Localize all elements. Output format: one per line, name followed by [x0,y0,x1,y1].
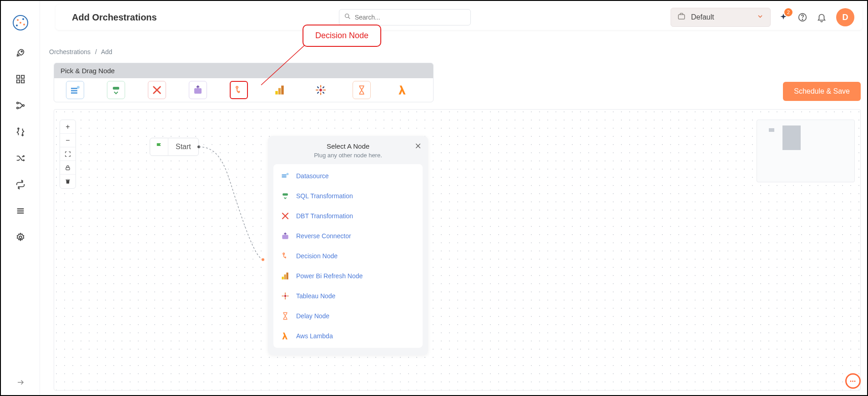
svg-rect-26 [71,90,77,91]
node-option-list: Datasource SQL Transformation DBT Transf… [273,164,423,348]
option-delay[interactable]: Delay Node [273,306,423,326]
minimap[interactable] [757,120,855,182]
svg-rect-37 [282,175,287,176]
chevron-down-icon [757,13,764,22]
svg-point-20 [345,14,348,18]
option-datasource[interactable]: Datasource [273,166,423,186]
svg-rect-36 [66,167,70,170]
option-label: Aws Lambda [296,332,333,340]
ai-sparkle-button[interactable]: 2 [777,11,790,24]
svg-point-5 [20,22,21,24]
minimap-node [782,125,801,150]
lambda-icon [280,331,291,341]
chat-fab[interactable]: ••• [845,373,861,389]
lock-button[interactable] [60,161,76,175]
start-node-port[interactable] [197,145,200,148]
settings-icon[interactable] [15,232,26,243]
svg-rect-41 [282,235,288,239]
schedule-save-button[interactable]: Schedule & Save [783,82,861,101]
tool-lambda[interactable] [394,81,412,99]
svg-point-24 [802,19,802,20]
pipeline-icon[interactable] [15,100,26,111]
node-toolbar: Pick & Drag Node [54,63,434,102]
svg-rect-29 [113,87,119,90]
workspace-label: Default [691,13,714,21]
datasource-icon [280,170,291,181]
tool-sql[interactable] [107,81,125,99]
reverse-connector-icon [280,231,291,241]
bell-button[interactable] [815,11,828,24]
tool-decision-node[interactable] [230,81,248,99]
option-label: DBT Transformation [296,212,353,220]
dbt-icon [280,211,291,221]
svg-line-21 [348,17,350,19]
flag-icon [155,142,163,152]
delete-button[interactable] [60,175,76,188]
option-dbt[interactable]: DBT Transformation [273,206,423,226]
help-button[interactable] [796,11,809,24]
transform-icon[interactable] [15,126,26,137]
option-lambda[interactable]: Aws Lambda [273,326,423,346]
tool-reverse-connector[interactable] [189,81,207,99]
workspace-dropdown[interactable]: Default [671,8,771,27]
tool-delay[interactable] [353,81,371,99]
svg-point-19 [19,236,22,239]
breadcrumb-separator: / [92,48,100,55]
option-reverse[interactable]: Reverse Connector [273,226,423,246]
svg-point-1 [17,19,19,21]
user-avatar[interactable]: D [836,8,854,26]
page-title: Add Orchestrations [64,12,157,23]
svg-rect-22 [678,15,685,19]
svg-point-28 [77,86,80,89]
svg-rect-45 [287,273,288,280]
svg-point-3 [23,24,25,25]
global-search[interactable] [339,9,471,25]
breadcrumb: Orchestrations / Add [49,48,112,55]
svg-rect-38 [282,176,287,178]
loop-icon[interactable] [15,179,26,190]
svg-rect-10 [21,80,24,83]
svg-point-15 [22,135,23,136]
option-sql[interactable]: SQL Transformation [273,186,423,206]
option-decision[interactable]: Decision Node [273,246,423,266]
option-powerbi[interactable]: Power Bi Refresh Node [273,266,423,286]
list-icon[interactable] [15,206,26,216]
collapse-icon[interactable] [15,377,26,388]
node-select-popover: Select A Node Plug any other node here. … [268,136,428,355]
breadcrumb-root[interactable]: Orchestrations [49,48,91,55]
toolbar-body [54,78,433,102]
svg-point-2 [22,18,24,20]
random-icon[interactable] [15,153,26,164]
option-label: Delay Node [296,312,329,320]
zoom-out-button[interactable]: − [60,134,76,147]
sql-icon [280,190,291,201]
close-button[interactable] [414,142,422,151]
tool-tableau[interactable] [312,81,330,99]
dashboard-icon[interactable] [15,74,26,85]
start-node-label: Start [168,143,198,151]
svg-rect-44 [284,275,286,280]
option-label: Tableau Node [296,292,335,300]
flow-canvas[interactable]: + − Start Select A Node Plug any other n… [54,109,861,391]
search-input[interactable] [355,14,466,21]
svg-rect-7 [16,75,19,78]
svg-rect-34 [281,85,283,95]
start-node[interactable]: Start [150,138,199,156]
breadcrumb-current: Add [101,48,112,55]
svg-point-31 [236,86,238,88]
search-icon [344,13,351,22]
tool-dbt[interactable] [148,81,166,99]
zoom-controls: + − [60,120,76,189]
option-tableau[interactable]: Tableau Node [273,286,423,306]
svg-rect-25 [71,88,77,89]
fit-screen-button[interactable] [60,147,76,161]
svg-rect-8 [21,75,24,78]
tool-datasource[interactable] [66,81,84,99]
svg-rect-9 [16,80,19,83]
svg-rect-32 [275,91,278,95]
tool-powerbi[interactable] [271,81,289,99]
zoom-in-button[interactable]: + [60,120,76,134]
rocket-icon[interactable] [15,47,26,58]
edge-endpoint-icon [261,258,265,261]
svg-rect-33 [278,88,281,95]
